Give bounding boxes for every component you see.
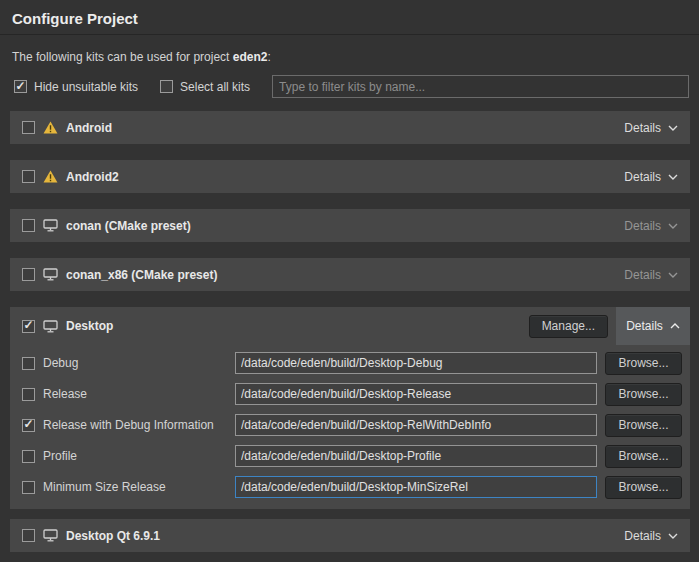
kits-subtitle: The following kits can be used for proje…: [0, 35, 699, 64]
warning-icon: [43, 121, 58, 134]
hide-unsuitable-label[interactable]: Hide unsuitable kits: [34, 80, 138, 94]
config-checkbox[interactable]: [22, 357, 35, 370]
select-all-checkbox[interactable]: [160, 80, 173, 93]
chevron-down-icon: [668, 533, 678, 539]
kit-row-android: Android Details: [10, 111, 690, 144]
kit-checkbox[interactable]: [22, 121, 35, 134]
subtitle-prefix: The following kits can be used for proje…: [12, 50, 233, 64]
kit-filter-input[interactable]: [272, 75, 689, 98]
warning-icon: [43, 170, 58, 183]
kit-name: conan_x86 (CMake preset): [66, 268, 217, 282]
kit-name: Desktop Qt 6.9.1: [66, 529, 160, 543]
page-title: Configure Project: [12, 10, 687, 27]
manage-kits-button[interactable]: Manage...: [529, 315, 608, 338]
chevron-down-icon: [668, 174, 678, 180]
kit-checkbox[interactable]: [22, 268, 35, 281]
config-left: Profile: [22, 449, 235, 463]
build-config-row-debug: Debug Browse...: [10, 352, 690, 374]
project-name: eden2: [233, 50, 268, 64]
details-label: Details: [624, 529, 661, 543]
config-checkbox[interactable]: [22, 388, 35, 401]
browse-button[interactable]: Browse...: [605, 352, 682, 375]
details-button[interactable]: Details: [624, 121, 678, 135]
config-checkbox[interactable]: [22, 419, 35, 432]
kit-row-conan-x86: conan_x86 (CMake preset) Details: [10, 258, 690, 291]
kit-name: Desktop: [66, 319, 113, 333]
kit-name: conan (CMake preset): [66, 219, 191, 233]
build-config-row-relwithdebinfo: Release with Debug Information Browse...: [10, 414, 690, 436]
build-dir-input[interactable]: [235, 352, 597, 374]
config-left: Minimum Size Release: [22, 480, 235, 494]
subtitle-suffix: :: [267, 50, 270, 64]
details-button[interactable]: Details: [624, 268, 678, 282]
kit-row-conan: conan (CMake preset) Details: [10, 209, 690, 242]
kit-row-desktop: Desktop Manage... Details: [10, 307, 690, 345]
config-label[interactable]: Release: [43, 387, 87, 401]
config-checkbox[interactable]: [22, 481, 35, 494]
configure-project-page: Configure Project The following kits can…: [0, 0, 699, 552]
kit-checkbox[interactable]: [22, 529, 35, 542]
chevron-up-icon: [670, 323, 680, 329]
kit-row-desktop-qt: Desktop Qt 6.9.1 Details: [10, 519, 690, 552]
config-left: Release with Debug Information: [22, 418, 235, 432]
details-button[interactable]: Details: [624, 529, 678, 543]
config-label[interactable]: Profile: [43, 449, 77, 463]
build-config-row-profile: Profile Browse...: [10, 445, 690, 467]
config-checkbox[interactable]: [22, 450, 35, 463]
browse-button[interactable]: Browse...: [605, 445, 682, 468]
desktop-icon: [43, 268, 58, 281]
chevron-down-icon: [668, 272, 678, 278]
build-config-row-release: Release Browse...: [10, 383, 690, 405]
titlebar: Configure Project: [0, 0, 699, 34]
config-left: Release: [22, 387, 235, 401]
config-label[interactable]: Minimum Size Release: [43, 480, 166, 494]
browse-button[interactable]: Browse...: [605, 476, 682, 499]
hide-unsuitable-checkbox[interactable]: [14, 80, 27, 93]
kit-panel-desktop: Desktop Manage... Details Debug Browse..…: [10, 307, 690, 509]
chevron-down-icon: [668, 125, 678, 131]
kit-name: Android2: [66, 170, 119, 184]
chevron-down-icon: [668, 223, 678, 229]
config-label[interactable]: Debug: [43, 356, 78, 370]
kit-name: Android: [66, 121, 112, 135]
browse-button[interactable]: Browse...: [605, 383, 682, 406]
details-label: Details: [626, 319, 663, 333]
details-button[interactable]: Details: [624, 170, 678, 184]
desktop-icon: [43, 219, 58, 232]
kit-checkbox[interactable]: [22, 170, 35, 183]
config-label[interactable]: Release with Debug Information: [43, 418, 214, 432]
build-dir-input[interactable]: [235, 414, 597, 436]
browse-button[interactable]: Browse...: [605, 414, 682, 437]
details-label: Details: [624, 219, 661, 233]
kit-checkbox[interactable]: [22, 320, 35, 333]
details-label: Details: [624, 170, 661, 184]
build-config-row-minsizerel: Minimum Size Release Browse...: [10, 476, 690, 498]
details-label: Details: [624, 268, 661, 282]
details-button-expanded[interactable]: Details: [616, 307, 690, 345]
build-dir-input[interactable]: [235, 383, 597, 405]
build-dir-input[interactable]: [235, 445, 597, 467]
desktop-icon: [43, 320, 58, 333]
build-dir-input-focused[interactable]: [235, 476, 597, 498]
config-left: Debug: [22, 356, 235, 370]
kit-list: Android Details Android2 Details: [0, 98, 699, 552]
details-label: Details: [624, 121, 661, 135]
kit-row-android2: Android2 Details: [10, 160, 690, 193]
details-button[interactable]: Details: [624, 219, 678, 233]
select-all-label[interactable]: Select all kits: [180, 80, 250, 94]
desktop-icon: [43, 529, 58, 542]
kit-checkbox[interactable]: [22, 219, 35, 232]
filter-toolbar: Hide unsuitable kits Select all kits: [0, 64, 699, 98]
